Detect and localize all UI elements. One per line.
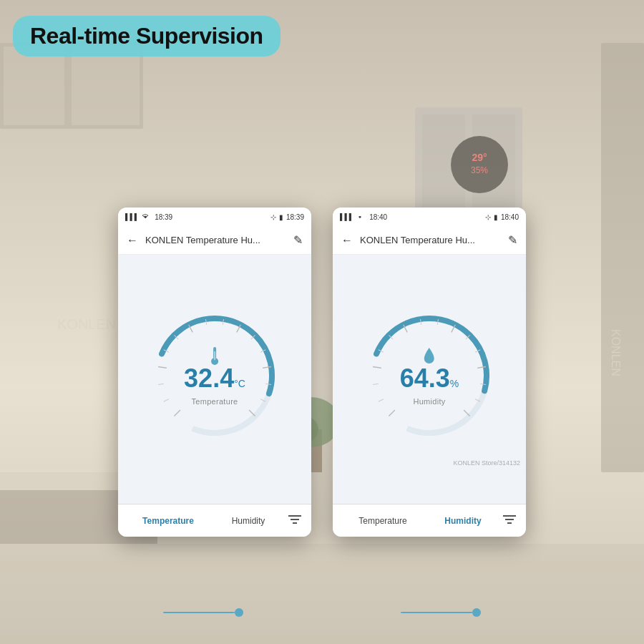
wifi-icon-right	[356, 213, 364, 221]
nav-bar-left: ← KONLEN Temperature Hu... ✎	[118, 226, 311, 255]
menu-icon-right[interactable]	[503, 514, 516, 527]
svg-rect-18	[0, 544, 644, 644]
phones-container: ▌▌▌ 18:39 ⊹ ▮ 18:39 ← KONLEN Temperature…	[118, 208, 526, 537]
scroll-bar-left	[163, 612, 235, 613]
time-display-right: 18:40	[501, 213, 519, 221]
svg-rect-1	[4, 47, 64, 125]
time-left: 18:39	[155, 213, 172, 221]
thermometer-icon	[207, 346, 223, 366]
gauge-center-temperature: 32.4 °C Temperature	[184, 346, 245, 406]
tab-humidity-right[interactable]: Humidity	[423, 516, 503, 526]
watermark: KONLEN Store/314132	[453, 459, 520, 467]
back-button-right[interactable]: ←	[341, 234, 353, 247]
nav-title-left: KONLEN Temperature Hu...	[145, 235, 293, 245]
tab-humidity-left[interactable]: Humidity	[208, 516, 288, 526]
gauge-humidity: 64.3 % Humidity	[358, 304, 501, 447]
svg-text:29°: 29°	[472, 152, 487, 163]
svg-line-46	[379, 399, 384, 402]
content-left: 32.4 °C Temperature	[118, 255, 311, 504]
battery-icon-left: ▮	[279, 213, 283, 221]
droplet-icon	[421, 346, 437, 366]
signal-icon-left: ▌▌▌	[125, 213, 139, 220]
nav-title-right: KONLEN Temperature Hu...	[360, 235, 508, 245]
time-right-left: 18:39	[286, 213, 304, 221]
svg-rect-39	[214, 351, 215, 360]
svg-rect-2	[72, 47, 140, 125]
tab-bar-left: Temperature Humidity	[118, 504, 311, 537]
main-title: Real-time Supervision	[30, 23, 263, 49]
signal-icon-right: ▌▌▌	[340, 213, 353, 220]
scroll-indicators	[163, 608, 481, 617]
temperature-label: Temperature	[191, 397, 238, 406]
scroll-line-right	[401, 608, 481, 617]
svg-rect-13	[601, 43, 644, 472]
svg-line-23	[158, 384, 164, 384]
status-bar-left: ▌▌▌ 18:39 ⊹ ▮ 18:39	[118, 208, 311, 226]
svg-text:35%: 35%	[471, 165, 488, 175]
scroll-dot-right	[472, 608, 481, 617]
status-left-right: ▌▌▌ 18:40	[340, 213, 387, 221]
svg-line-22	[164, 399, 169, 402]
status-bar-right: ▌▌▌ 18:40 ⊹ ▮ 18:40	[333, 208, 526, 226]
svg-text:KONLEN: KONLEN	[57, 316, 116, 332]
humidity-label: Humidity	[413, 397, 445, 406]
value-unit-humid: 64.3 %	[400, 366, 459, 391]
temperature-unit: °C	[234, 378, 245, 389]
svg-point-9	[451, 136, 508, 193]
phone-humidity: ▌▌▌ 18:40 ⊹ ▮ 18:40 ← KONLEN Temperature…	[333, 208, 526, 537]
edit-button-right[interactable]: ✎	[508, 233, 517, 247]
gauge-center-humidity: 64.3 % Humidity	[400, 346, 459, 406]
humidity-value: 64.3	[400, 366, 450, 391]
temperature-value: 32.4	[184, 366, 234, 391]
tab-temperature-left[interactable]: Temperature	[128, 516, 208, 526]
status-right-left: ⊹ ▮ 18:39	[270, 213, 304, 221]
wifi-icon-left	[141, 213, 150, 221]
scroll-dot-left	[235, 608, 243, 617]
title-bubble: Real-time Supervision	[13, 16, 280, 57]
phone-temperature: ▌▌▌ 18:39 ⊹ ▮ 18:39 ← KONLEN Temperature…	[118, 208, 311, 537]
svg-line-45	[389, 410, 394, 416]
nav-bar-right: ← KONLEN Temperature Hu... ✎	[333, 226, 526, 255]
humidity-unit: %	[450, 378, 459, 389]
status-left-left: ▌▌▌ 18:39	[125, 213, 172, 221]
menu-icon-left[interactable]	[288, 514, 301, 527]
svg-text:KONLEN: KONLEN	[610, 329, 622, 376]
content-right: 64.3 % Humidity KONLEN Store/314132	[333, 255, 526, 504]
scroll-line-left	[163, 608, 243, 617]
bluetooth-icon-left: ⊹	[270, 213, 276, 221]
status-right-right: ⊹ ▮ 18:40	[485, 213, 519, 221]
svg-line-24	[158, 366, 167, 368]
value-unit-temp: 32.4 °C	[184, 366, 245, 391]
edit-button-left[interactable]: ✎	[293, 233, 303, 247]
svg-line-48	[373, 366, 381, 368]
gauge-temperature: 32.4 °C Temperature	[143, 304, 286, 447]
bluetooth-icon-right: ⊹	[485, 213, 491, 221]
scroll-bar-right	[401, 612, 472, 613]
tab-temperature-right[interactable]: Temperature	[343, 516, 423, 526]
back-button-left[interactable]: ←	[127, 234, 138, 247]
battery-icon-right: ▮	[494, 213, 498, 221]
svg-line-47	[373, 384, 379, 384]
time-right: 18:40	[369, 213, 387, 221]
tab-bar-right: Temperature Humidity	[333, 504, 526, 537]
svg-line-21	[174, 410, 180, 416]
